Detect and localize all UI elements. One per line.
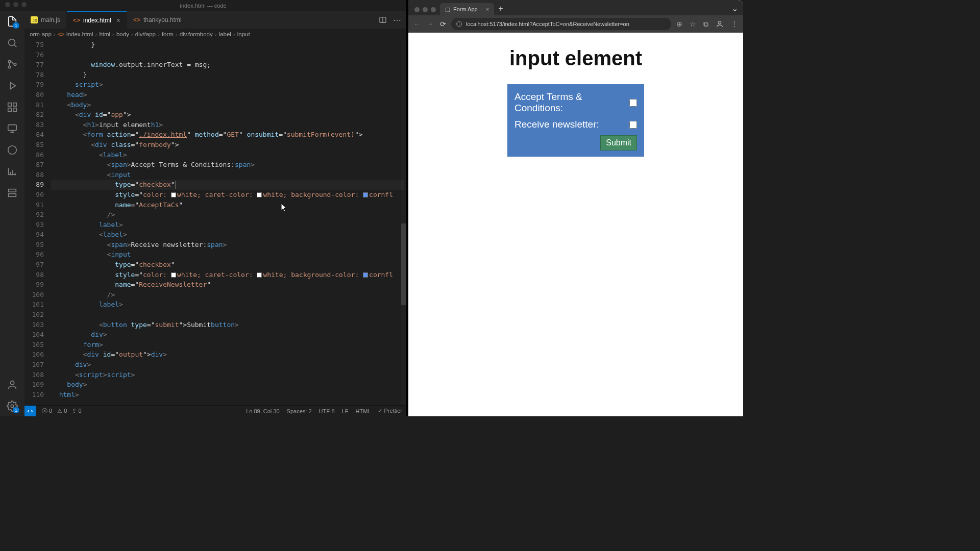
reload-button[interactable]: ⟳ [440,20,446,28]
newsletter-checkbox[interactable] [629,121,637,129]
window-controls[interactable] [5,2,27,7]
browser-tabstrip: ▢ Form App × + ⌄ [408,0,743,15]
accept-checkbox[interactable] [629,99,637,107]
tab-thankyou-html[interactable]: <> thankyou.html [127,11,188,29]
code-editor[interactable]: 7576777879808182838485868788899091929394… [24,40,406,405]
svg-point-0 [9,39,15,46]
new-tab-button[interactable]: + [494,2,507,15]
svg-rect-6 [8,108,11,111]
settings-badge: 1 [13,407,19,413]
close-icon[interactable]: × [116,16,120,24]
submit-button[interactable]: Submit [600,135,637,151]
extensions-icon[interactable] [6,101,18,113]
accounts-icon[interactable] [6,379,18,391]
line-gutter: 7576777879808182838485868788899091929394… [24,40,51,405]
containers-icon[interactable] [6,187,18,199]
site-info-icon[interactable]: ⓘ [456,20,462,28]
browser-window: ▢ Form App × + ⌄ ← → ⟳ ⓘ localhost:5173/… [406,0,743,416]
svg-point-9 [8,146,17,155]
breadcrumb[interactable]: orm-app› <>index.html› html› body› div#a… [24,29,406,40]
browser-toolbar: ← → ⟳ ⓘ localhost:5173/index.html?Accept… [408,15,743,33]
minimap-thumb[interactable] [401,223,406,305]
ports-count[interactable]: ⇪ 0 [72,408,81,414]
settings-icon[interactable]: 1 [6,400,18,412]
form-card: Accept Terms & Conditions: Receive newsl… [507,84,644,157]
address-bar[interactable]: ⓘ localhost:5173/index.html?AcceptToC=on… [451,18,671,30]
vscode-titlebar: index.html — code [0,0,406,11]
back-button[interactable]: ← [413,20,421,28]
profile-icon[interactable] [716,20,724,28]
testing-icon[interactable] [6,144,18,156]
browser-tab[interactable]: ▢ Form App × [440,3,494,15]
prettier-status[interactable]: ✓ Prettier [378,408,402,414]
svg-rect-7 [13,108,16,111]
svg-point-12 [10,381,14,385]
close-tab-icon[interactable]: × [486,6,489,12]
split-editor-icon[interactable] [379,16,387,24]
forward-button: → [427,20,434,28]
html-file-icon: <> [133,16,140,23]
explorer-icon[interactable]: 1 [6,15,18,28]
tab-main-js[interactable]: JS main.js [24,11,67,29]
indent-info[interactable]: Spaces: 2 [287,408,312,414]
more-icon[interactable]: ⋯ [393,15,401,25]
js-file-icon: JS [31,16,38,23]
svg-point-2 [8,66,11,68]
bookmark-icon[interactable]: ☆ [690,20,696,28]
explorer-badge: 1 [13,22,19,29]
svg-rect-5 [13,103,16,106]
warnings-count[interactable]: ⚠ 0 [57,408,67,414]
activity-bar: 1 1 [0,11,24,416]
page-heading: input element [509,47,642,70]
eol-info[interactable]: LF [342,408,349,414]
editor-tabs: JS main.js <> index.html × <> thankyou.h… [24,11,406,29]
form-row-accept[interactable]: Accept Terms & Conditions: [514,91,637,114]
url-text: localhost:5173/index.html?AcceptToC=on&R… [466,21,629,27]
svg-rect-8 [8,125,17,131]
remote-indicator[interactable] [24,406,36,417]
svg-point-1 [8,60,11,63]
remote-icon[interactable] [6,122,18,135]
svg-rect-11 [9,194,16,197]
language-mode[interactable]: HTML [356,408,371,414]
window-title: index.html — code [180,3,226,9]
svg-point-3 [14,63,16,66]
minimap[interactable] [401,40,406,405]
zoom-icon[interactable]: ⊕ [676,20,682,28]
form-row-newsletter[interactable]: Receive newsletter: [514,119,637,130]
vscode-window: index.html — code 1 [0,0,406,416]
browser-window-controls[interactable] [412,7,440,15]
html-file-icon: <> [73,17,80,24]
source-control-icon[interactable] [6,58,18,70]
errors-count[interactable]: ⓧ 0 [42,407,52,415]
code-lines[interactable]: } window.output.innerText = msg; } scrip… [51,40,406,405]
cursor-position[interactable]: Ln 89, Col 30 [246,408,279,414]
run-debug-icon[interactable] [6,80,18,92]
svg-point-13 [11,405,14,408]
tab-favicon-icon: ▢ [445,6,450,13]
search-icon[interactable] [6,37,18,49]
svg-rect-4 [8,103,11,106]
tab-index-html[interactable]: <> index.html × [67,11,127,29]
encoding-info[interactable]: UTF-8 [319,408,335,414]
menu-icon[interactable]: ⋮ [731,20,738,28]
reader-icon[interactable]: ⧉ [703,20,708,29]
status-bar: ⓧ 0 ⚠ 0 ⇪ 0 Ln 89, Col 30 Spaces: 2 UTF-… [24,405,406,416]
svg-point-15 [718,21,721,24]
rendered-page: input element Accept Terms & Conditions:… [408,33,743,416]
svg-rect-10 [9,189,16,192]
tabstrip-menu-icon[interactable]: ⌄ [726,2,743,15]
mouse-pointer-icon [281,203,288,212]
chart-icon[interactable] [6,165,18,178]
